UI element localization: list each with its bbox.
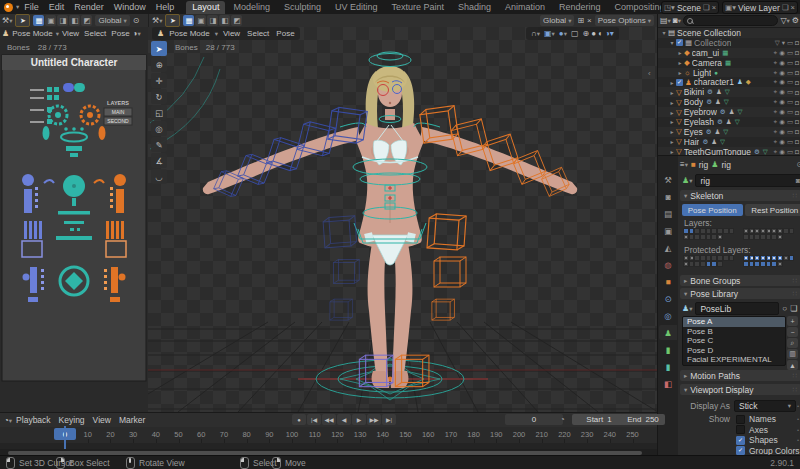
layer-toggle[interactable]	[717, 234, 723, 240]
camera-toggle-icon[interactable]: ◘	[795, 49, 799, 56]
skeleton-section-header[interactable]: ▾Skeleton∷	[678, 190, 800, 201]
current-frame-field[interactable]: 0	[505, 414, 563, 425]
camera-toggle-icon[interactable]: ◘	[795, 69, 799, 76]
workspace-tab-uv-editing[interactable]: UV Editing	[329, 1, 384, 14]
eye-toggle-icon[interactable]: ◉	[779, 88, 785, 96]
pointer-toggle-icon[interactable]: ⌖	[774, 118, 778, 126]
shading-rendered[interactable]: ◑▾	[605, 29, 614, 38]
menu-pose[interactable]: Pose	[276, 29, 294, 38]
pose-list-item[interactable]: Pose A	[683, 317, 785, 327]
collection-checkbox[interactable]: ✓	[676, 39, 683, 46]
menu-render[interactable]: Render	[69, 1, 109, 14]
select-mode-subtract[interactable]: ◨	[57, 15, 68, 26]
outliner-row[interactable]: ▸▽Bikini⚙♟▽⌖◉▭◘	[658, 87, 800, 97]
pose-position-button[interactable]: Pose Position	[682, 204, 743, 216]
pointer-toggle-icon[interactable]: ⌖	[774, 98, 778, 106]
character-mesh[interactable]	[203, 66, 577, 388]
layer-toggle[interactable]	[777, 261, 783, 267]
screen-toggle-icon[interactable]: ▭	[787, 118, 793, 126]
properties-tab-physics[interactable]: ◎	[659, 308, 677, 323]
pointer-toggle-icon[interactable]: ⌖	[774, 49, 778, 57]
play-reverse-button[interactable]: ◀	[337, 414, 351, 425]
snap-magnet-icon[interactable]: ∩▾	[531, 29, 540, 38]
shading-material-preview[interactable]: ◐	[598, 29, 603, 38]
rig-picker-canvas[interactable]: Untitled Character	[0, 53, 148, 412]
armature-name-field[interactable]: rig ◙	[695, 174, 800, 187]
collection-checkbox[interactable]: ✓	[676, 79, 683, 86]
camera-toggle-icon[interactable]: ◘	[795, 148, 799, 155]
xray-toggle-icon[interactable]: ▢	[571, 29, 579, 38]
viewport-display-section-header[interactable]: ▾Viewport Display∷	[678, 384, 800, 395]
menu-file[interactable]: File	[19, 1, 44, 14]
picker-viewport[interactable]: ♟ Pose Mode ▾ ViewSelectPose ◑▾ Bones28 …	[0, 27, 148, 412]
expand-icon[interactable]: ▾	[660, 29, 668, 36]
select-mode-intersect[interactable]: ◩	[231, 15, 242, 26]
tool-pose-breakdowner[interactable]: ◡	[151, 169, 167, 184]
active-tool-button[interactable]: ➤	[165, 14, 180, 27]
outliner-editor-icon[interactable]: ▤▾	[660, 16, 671, 25]
expand-icon[interactable]: ▾	[668, 39, 676, 46]
next-key-button[interactable]: ▶▶	[367, 414, 381, 425]
properties-tab-bone-constraint[interactable]: ▮	[659, 359, 677, 374]
pointer-toggle-icon[interactable]: ⌖	[774, 128, 778, 136]
chevron-toggle-icon[interactable]: ▾	[782, 39, 785, 47]
camera-toggle-icon[interactable]: ◘	[795, 118, 799, 125]
pointer-toggle-icon[interactable]: ⌖	[774, 108, 778, 116]
layer-toggle[interactable]	[789, 255, 795, 261]
workspace-tab-layout[interactable]: Layout	[186, 1, 225, 14]
pointer-toggle-icon[interactable]: ⌖	[774, 88, 778, 96]
orientation-dropdown[interactable]: Global ▾	[540, 15, 574, 26]
screen-toggle-icon[interactable]: ▭	[787, 49, 793, 57]
layer-toggle[interactable]	[729, 228, 735, 234]
pose-list-item[interactable]: Pose B	[683, 327, 785, 337]
shading-solid[interactable]: ●	[591, 29, 596, 38]
select-mode-extend[interactable]: ▣	[45, 15, 56, 26]
workspace-tab-texture-paint[interactable]: Texture Paint	[385, 1, 450, 14]
checkbox-axes[interactable]	[736, 425, 745, 434]
expand-icon[interactable]: ▸	[668, 79, 676, 86]
screen-toggle-icon[interactable]: ▭	[787, 128, 793, 136]
eye-toggle-icon[interactable]: ◉	[779, 118, 785, 126]
properties-tab-bone[interactable]: ▮	[659, 342, 677, 357]
menu-pose[interactable]: Pose	[111, 29, 129, 38]
outliner-row[interactable]: ▸▽Eyebrow⚙♟▽⌖◉▭◘	[658, 107, 800, 117]
proportional-edit-icon[interactable]: ●▾	[559, 29, 567, 38]
display-as-dropdown[interactable]: Stick ▾	[734, 400, 796, 412]
view-layer-selector[interactable]: ▣▾ View Layer ❏ ×	[722, 1, 798, 14]
eye-toggle-icon[interactable]: ◉	[779, 148, 785, 155]
menu-select[interactable]: Select	[247, 29, 269, 38]
filter-icon[interactable]: ▽▾	[780, 16, 789, 25]
main-3d-viewport[interactable]: ♟ Pose Mode ▾ ViewSelectPose ∩▾ ▣▾ ●▾ ▢ …	[148, 27, 657, 412]
menu-select[interactable]: Select	[84, 29, 106, 38]
properties-editor-icon[interactable]: ≡▾	[680, 160, 688, 169]
tool-move[interactable]: ✛	[151, 73, 167, 88]
pointer-toggle-icon[interactable]: ⌖	[774, 78, 778, 86]
outliner-row[interactable]: ▸✓♟character1♟◆⌖◉▭◘	[658, 77, 800, 87]
scrollbar-thumb[interactable]	[8, 451, 642, 455]
snap-target-icon[interactable]: ▣▾	[544, 29, 555, 38]
scene-selector[interactable]: ◳▾ Scene ❏ ×	[661, 1, 719, 14]
properties-tab-constraints[interactable]: ⊙	[659, 291, 677, 306]
menu-view[interactable]: View	[62, 29, 79, 38]
breadcrumb-object[interactable]: rig	[699, 160, 708, 170]
jump-start-button[interactable]: |◀	[307, 414, 321, 425]
outliner-row[interactable]: ▸☼Light●⌖◉▭◘	[658, 68, 800, 78]
mode-dropdown[interactable]: Pose Mode	[169, 29, 209, 38]
camera-toggle-icon[interactable]: ◘	[795, 89, 799, 96]
menu-view[interactable]: View	[223, 29, 240, 38]
properties-tab-material[interactable]: ◧	[659, 376, 677, 391]
scene-canvas[interactable]	[148, 27, 657, 412]
mode-dropdown[interactable]: Pose Mode	[12, 29, 52, 38]
close-icon[interactable]: ×	[791, 3, 795, 12]
screen-toggle-icon[interactable]: ▭	[787, 148, 793, 155]
camera-toggle-icon[interactable]: ◘	[795, 138, 799, 145]
expand-icon[interactable]: ▸	[676, 49, 684, 56]
camera-toggle-icon[interactable]: ◘	[795, 39, 799, 46]
prev-key-button[interactable]: ◀◀	[322, 414, 336, 425]
eye-toggle-icon[interactable]: ◉	[779, 138, 785, 146]
tool-transform[interactable]: ◎	[151, 121, 167, 136]
workspace-tab-rendering[interactable]: Rendering	[553, 1, 607, 14]
tool-scale[interactable]: ◱	[151, 105, 167, 120]
maximize-icon[interactable]: ⊞	[577, 16, 584, 25]
select-mode-invert[interactable]: ◧	[69, 15, 80, 26]
